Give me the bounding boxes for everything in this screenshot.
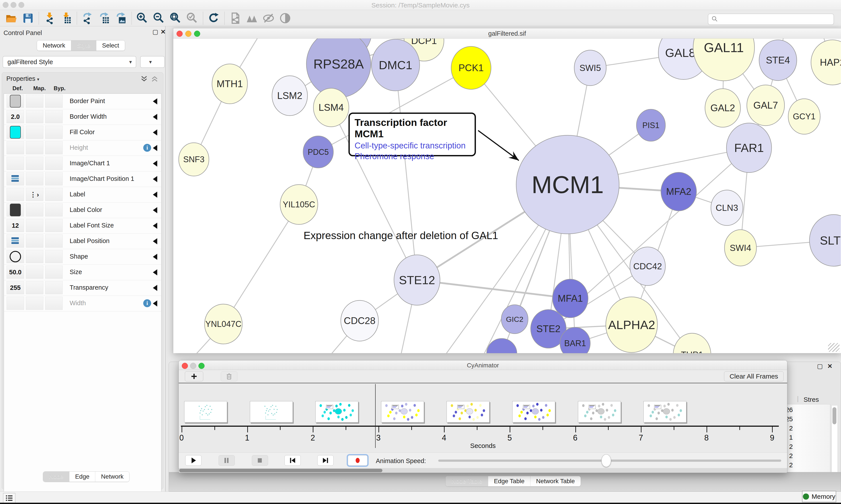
zoom-out-button[interactable] [151, 11, 167, 25]
property-row-transparency[interactable]: 255Transparency [4, 280, 161, 296]
frame-thumbnail-2[interactable] [315, 401, 358, 422]
save-button[interactable] [20, 11, 36, 25]
clear-all-frames-button[interactable]: Clear All Frames [724, 371, 784, 381]
property-cell[interactable] [26, 94, 43, 108]
expand-all-icon[interactable] [140, 75, 148, 83]
expand-arrow-icon[interactable] [153, 145, 157, 151]
property-cell[interactable] [6, 94, 24, 108]
timeline-scrollbar[interactable] [179, 468, 787, 473]
tab-select[interactable]: Select [96, 40, 125, 51]
delete-frame-button[interactable] [221, 371, 237, 381]
hide-eye-button[interactable] [260, 11, 277, 25]
property-cell[interactable] [45, 172, 62, 185]
property-row-image-chart-position-1[interactable]: Image/Chart Position 1 [4, 172, 161, 187]
float-panel-icon[interactable]: ▢ [153, 29, 158, 35]
property-row-border-paint[interactable]: Border Paint [4, 94, 161, 109]
frame-thumbnail-1[interactable] [250, 401, 293, 422]
speed-slider-handle[interactable] [602, 454, 611, 467]
close-panel-icon[interactable]: ✕ [161, 29, 165, 35]
table-scrollbar[interactable] [831, 405, 838, 482]
export-image-button[interactable] [112, 11, 129, 25]
network-edge-DMC1-STE12[interactable] [395, 65, 417, 280]
record-button[interactable] [348, 455, 368, 466]
frame-thumbnail-0[interactable] [184, 401, 227, 422]
property-cell[interactable] [26, 110, 43, 123]
annotation-link-1[interactable]: Cell-type-specific transcription [355, 141, 475, 150]
property-cell[interactable]: 2.0 [6, 110, 24, 123]
tab-network-table[interactable]: Network Table [530, 476, 580, 486]
table-cell-value[interactable]: 2 [789, 425, 793, 432]
zoom-selected-button[interactable] [184, 11, 201, 25]
property-row-image-chart-1[interactable]: Image/Chart 1 [4, 156, 161, 172]
zoom-in-button[interactable] [134, 11, 151, 25]
property-cell[interactable] [26, 234, 43, 248]
network-window-titlebar[interactable]: galFiltered.sif [173, 28, 841, 38]
property-cell[interactable] [45, 126, 62, 139]
expand-arrow-icon[interactable] [153, 285, 157, 291]
import-table-button[interactable] [58, 11, 74, 25]
expand-arrow-icon[interactable] [153, 238, 157, 244]
property-cell[interactable] [26, 126, 43, 139]
property-row-label[interactable]: ⋮›Label [4, 187, 161, 202]
frame-thumbnail-7[interactable] [643, 401, 686, 422]
contrast-button[interactable] [277, 11, 293, 25]
cyanimator-titlebar[interactable]: CyAnimator [179, 360, 787, 370]
export-table-button[interactable] [96, 11, 112, 25]
properties-header[interactable]: Properties ▾ [6, 75, 39, 82]
expression-annotation[interactable]: Expression change after deletion of GAL1 [304, 230, 518, 241]
property-cell[interactable] [45, 94, 62, 108]
zoom-fit-button[interactable] [167, 11, 184, 25]
property-cell[interactable] [26, 297, 43, 310]
expand-arrow-icon[interactable] [153, 300, 157, 307]
property-cell[interactable] [26, 266, 43, 279]
property-cell[interactable] [26, 203, 43, 217]
tab-node[interactable]: Node [43, 472, 69, 482]
property-cell[interactable] [26, 281, 43, 294]
frame-thumbnail-3[interactable] [381, 401, 424, 422]
property-cell[interactable] [45, 250, 62, 263]
property-cell[interactable] [45, 141, 62, 154]
property-row-label-position[interactable]: Label Position [4, 234, 161, 249]
style-selector[interactable]: galFiltered Style ▾ [3, 56, 136, 68]
property-cell[interactable]: ⋮› [26, 188, 43, 201]
expand-arrow-icon[interactable] [153, 207, 157, 213]
property-cell[interactable] [45, 203, 62, 217]
property-cell[interactable] [26, 157, 43, 170]
style-options-button[interactable]: ▾ [140, 56, 165, 68]
expand-arrow-icon[interactable] [153, 269, 157, 275]
property-row-fill-color[interactable]: Fill Color [4, 125, 161, 140]
expand-arrow-icon[interactable] [153, 161, 157, 167]
property-cell[interactable] [45, 219, 62, 232]
property-cell[interactable] [26, 250, 43, 263]
network-canvas[interactable]: DCP1RPS28ADMC1PCK1MTH1LSM2LSM4SWI5GAL80G… [173, 38, 841, 353]
property-cell[interactable] [45, 297, 62, 310]
table-cell-value[interactable]: 2 [789, 461, 793, 469]
property-cell[interactable]: 50.0 [6, 266, 24, 279]
network-edge-YNL047C-YIL105C[interactable] [223, 204, 299, 324]
property-cell[interactable] [6, 126, 24, 139]
close-panel-icon[interactable]: ✕ [827, 363, 833, 370]
property-row-label-color[interactable]: Label Color [4, 202, 161, 218]
annotation-link-2[interactable]: Pheromone response [355, 152, 475, 161]
property-cell[interactable] [6, 250, 24, 263]
binoculars-button[interactable] [244, 11, 260, 25]
table-cell-value[interactable]: 2 [789, 443, 793, 450]
playhead[interactable] [375, 384, 376, 448]
memory-button[interactable]: Memory [802, 491, 836, 502]
frame-thumbnail-6[interactable] [578, 401, 621, 422]
property-cell[interactable] [45, 234, 62, 248]
skip-end-button[interactable] [317, 455, 334, 466]
network-node-NODE_B[interactable] [487, 339, 517, 353]
task-history-button[interactable] [3, 493, 15, 503]
property-row-height[interactable]: Heighti [4, 140, 161, 156]
property-cell[interactable] [26, 141, 43, 154]
property-row-shape[interactable]: Shape [4, 249, 161, 265]
search-box[interactable] [708, 14, 834, 25]
expand-arrow-icon[interactable] [153, 254, 157, 260]
property-cell[interactable]: 255 [6, 281, 24, 294]
table-cell-value[interactable]: 2 [789, 452, 793, 460]
property-cell[interactable] [45, 157, 62, 170]
pause-button[interactable] [219, 455, 235, 466]
network-document-button[interactable] [227, 11, 244, 25]
expand-arrow-icon[interactable] [153, 114, 157, 120]
